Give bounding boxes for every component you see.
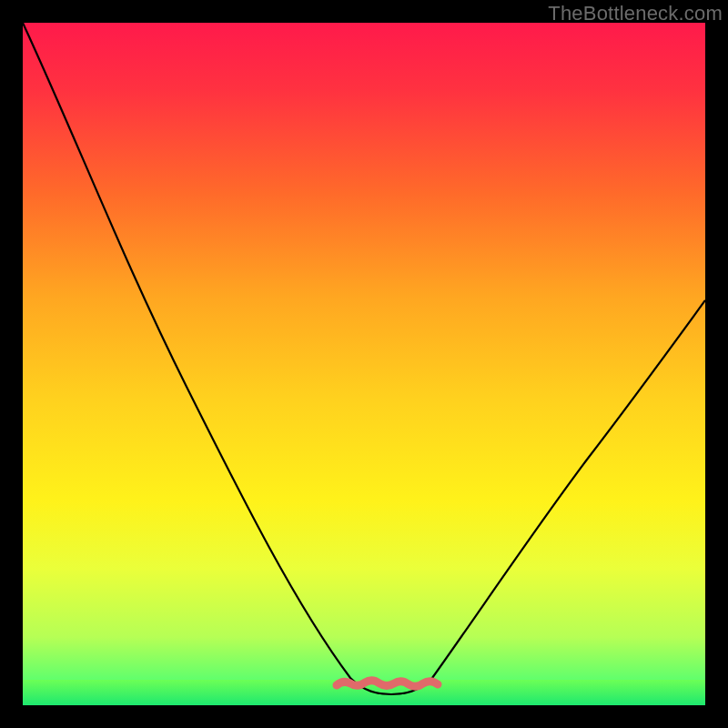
curve-path (23, 23, 705, 694)
optimal-zone-marker (337, 681, 438, 687)
bottleneck-curve (23, 23, 705, 705)
plot-area (23, 23, 705, 705)
chart-stage: TheBottleneck.com (0, 0, 728, 728)
watermark-text: TheBottleneck.com (548, 2, 723, 25)
